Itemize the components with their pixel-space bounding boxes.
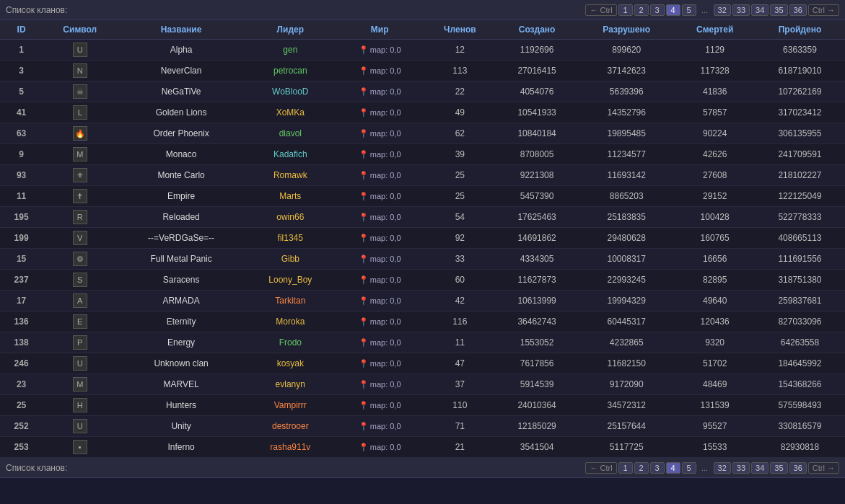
cell-world[interactable]: 📍map: 0,0	[336, 165, 424, 186]
cell-world[interactable]: 📍map: 0,0	[336, 144, 424, 165]
map-link[interactable]: 📍map: 0,0	[359, 255, 401, 263]
cell-world[interactable]: 📍map: 0,0	[336, 437, 424, 458]
cell-leader[interactable]: owin66	[245, 207, 336, 228]
cell-leader[interactable]: destrooer	[245, 416, 336, 437]
cell-world[interactable]: 📍map: 0,0	[336, 207, 424, 228]
cell-name[interactable]: MARVEL	[117, 374, 245, 395]
cell-name[interactable]: Monte Carlo	[117, 165, 245, 186]
map-link[interactable]: 📍map: 0,0	[359, 422, 401, 430]
table-row[interactable]: 1UAlphagen📍map: 0,0121192696899620112963…	[0, 40, 845, 61]
cell-name[interactable]: Unknown clan	[117, 353, 245, 374]
cell-name[interactable]: --=VeRDGaSe=--	[117, 228, 245, 249]
table-row[interactable]: 17AARMADATarkitan📍map: 0,042106139991999…	[0, 291, 845, 311]
cell-world[interactable]: 📍map: 0,0	[336, 249, 424, 270]
cell-world[interactable]: 📍map: 0,0	[336, 416, 424, 437]
page-btn-5-top[interactable]: 5	[682, 4, 696, 16]
map-link[interactable]: 📍map: 0,0	[359, 108, 401, 117]
table-row[interactable]: 41LGolden LionsXoMKa📍map: 0,049105419331…	[0, 102, 845, 123]
cell-leader[interactable]: Marts	[245, 186, 336, 207]
prev-ctrl-btn-top[interactable]: ← Ctrl	[585, 4, 616, 16]
page-btn-35-bottom[interactable]: 35	[770, 462, 787, 474]
map-link[interactable]: 📍map: 0,0	[359, 213, 401, 221]
cell-name[interactable]: NeverClan	[117, 61, 245, 81]
page-btn-32-top[interactable]: 32	[714, 4, 731, 16]
cell-leader[interactable]: rasha911v	[245, 437, 336, 458]
page-btn-33-top[interactable]: 33	[732, 4, 750, 16]
cell-world[interactable]: 📍map: 0,0	[336, 311, 424, 332]
map-link[interactable]: 📍map: 0,0	[359, 359, 401, 368]
cell-world[interactable]: 📍map: 0,0	[336, 61, 424, 81]
page-btn-1-bottom[interactable]: 1	[618, 462, 633, 474]
cell-name[interactable]: Empire	[117, 186, 245, 207]
map-link[interactable]: 📍map: 0,0	[359, 192, 401, 200]
cell-name[interactable]: Golden Lions	[117, 102, 245, 123]
cell-leader[interactable]: petrocan	[245, 61, 336, 81]
map-link[interactable]: 📍map: 0,0	[359, 234, 401, 242]
cell-leader[interactable]: Tarkitan	[245, 291, 336, 311]
map-link[interactable]: 📍map: 0,0	[359, 87, 401, 96]
cell-leader[interactable]: kosyak	[245, 353, 336, 374]
map-link[interactable]: 📍map: 0,0	[359, 150, 401, 159]
map-link[interactable]: 📍map: 0,0	[359, 380, 401, 389]
page-btn-2-top[interactable]: 2	[634, 4, 649, 16]
cell-leader[interactable]: diavol	[245, 123, 336, 144]
map-link[interactable]: 📍map: 0,0	[359, 45, 401, 54]
cell-name[interactable]: NeGaTiVe	[117, 81, 245, 102]
next-ctrl-btn-bottom[interactable]: Ctrl →	[808, 462, 839, 474]
prev-ctrl-btn-bottom[interactable]: ← Ctrl	[585, 462, 616, 474]
cell-leader[interactable]: XoMKa	[245, 102, 336, 123]
page-btn-3-bottom[interactable]: 3	[650, 462, 665, 474]
cell-world[interactable]: 📍map: 0,0	[336, 228, 424, 249]
page-btn-32-bottom[interactable]: 32	[714, 462, 731, 474]
page-btn-1-top[interactable]: 1	[618, 4, 633, 16]
table-row[interactable]: 15⚙Full Metal PanicGibb📍map: 0,033433430…	[0, 249, 845, 270]
cell-leader[interactable]: Frodo	[245, 332, 336, 353]
page-btn-4-top[interactable]: 4	[666, 4, 680, 16]
cell-world[interactable]: 📍map: 0,0	[336, 332, 424, 353]
table-row[interactable]: 138PEnergyFrodo📍map: 0,01115530524232865…	[0, 332, 845, 353]
map-link[interactable]: 📍map: 0,0	[359, 338, 401, 347]
cell-name[interactable]: Inferno	[117, 437, 245, 458]
table-row[interactable]: 199V--=VeRDGaSe=--fil1345📍map: 0,0921469…	[0, 228, 845, 249]
table-row[interactable]: 11✝EmpireMarts📍map: 0,025545739088652032…	[0, 186, 845, 207]
table-row[interactable]: 5☠NeGaTiVeWoBlooD📍map: 0,022405407656393…	[0, 81, 845, 102]
cell-world[interactable]: 📍map: 0,0	[336, 40, 424, 61]
table-row[interactable]: 136EEternityMoroka📍map: 0,01163646274360…	[0, 311, 845, 332]
map-link[interactable]: 📍map: 0,0	[359, 275, 401, 284]
cell-leader[interactable]: Vampirrr	[245, 395, 336, 416]
map-link[interactable]: 📍map: 0,0	[359, 171, 401, 180]
page-btn-3-top[interactable]: 3	[650, 4, 665, 16]
cell-leader[interactable]: Moroka	[245, 311, 336, 332]
cell-world[interactable]: 📍map: 0,0	[336, 186, 424, 207]
cell-leader[interactable]: Loony_Boy	[245, 270, 336, 291]
cell-world[interactable]: 📍map: 0,0	[336, 123, 424, 144]
page-btn-2-bottom[interactable]: 2	[634, 462, 649, 474]
cell-name[interactable]: Monaco	[117, 144, 245, 165]
page-btn-34-top[interactable]: 34	[751, 4, 769, 16]
page-btn-35-top[interactable]: 35	[770, 4, 787, 16]
cell-leader[interactable]: gen	[245, 40, 336, 61]
page-btn-33-bottom[interactable]: 33	[732, 462, 750, 474]
table-row[interactable]: 246UUnknown clankosyak📍map: 0,0477617856…	[0, 353, 845, 374]
table-row[interactable]: 63🔥Order Phoenixdiavol📍map: 0,0621084018…	[0, 123, 845, 144]
cell-leader[interactable]: Kadafich	[245, 144, 336, 165]
page-btn-5-bottom[interactable]: 5	[682, 462, 696, 474]
map-link[interactable]: 📍map: 0,0	[359, 129, 401, 138]
table-row[interactable]: 23MMARVELevlanyn📍map: 0,0375914539917209…	[0, 374, 845, 395]
cell-world[interactable]: 📍map: 0,0	[336, 270, 424, 291]
map-link[interactable]: 📍map: 0,0	[359, 66, 401, 75]
cell-name[interactable]: Saracens	[117, 270, 245, 291]
cell-leader[interactable]: WoBlooD	[245, 81, 336, 102]
table-row[interactable]: 195RReloadedowin66📍map: 0,05417625463251…	[0, 207, 845, 228]
map-link[interactable]: 📍map: 0,0	[359, 296, 401, 305]
cell-name[interactable]: ARMADA	[117, 291, 245, 311]
map-link[interactable]: 📍map: 0,0	[359, 443, 401, 451]
cell-name[interactable]: Reloaded	[117, 207, 245, 228]
table-row[interactable]: 25HHuntersVampirrr📍map: 0,01102401036434…	[0, 395, 845, 416]
page-btn-36-bottom[interactable]: 36	[789, 462, 807, 474]
table-row[interactable]: 93⚜Monte CarloRomawk📍map: 0,025922130811…	[0, 165, 845, 186]
cell-name[interactable]: Full Metal Panic	[117, 249, 245, 270]
cell-world[interactable]: 📍map: 0,0	[336, 81, 424, 102]
cell-name[interactable]: Energy	[117, 332, 245, 353]
cell-name[interactable]: Alpha	[117, 40, 245, 61]
